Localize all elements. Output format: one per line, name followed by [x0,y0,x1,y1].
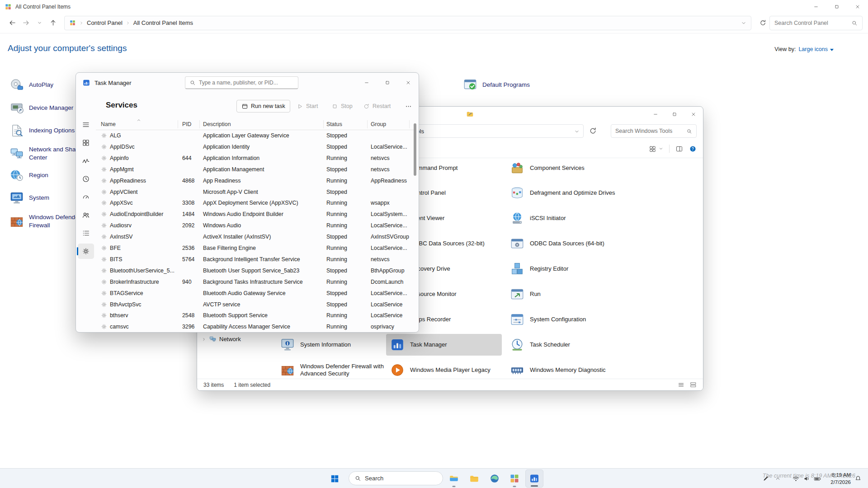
help-icon[interactable] [689,145,697,153]
up-button[interactable] [46,16,60,30]
tm-close-button[interactable] [398,73,419,93]
back-button[interactable] [5,16,19,30]
tool-task-scheduler[interactable]: Task Scheduler [506,334,622,356]
file-explorer-taskbar-button[interactable] [445,469,463,488]
wt-close-button[interactable] [684,107,703,122]
tool-windows-media-player-legacy[interactable]: Windows Media Player Legacy [386,359,502,381]
windows-tools-search-input[interactable]: Search Windows Tools [611,124,697,138]
service-row-btagservice[interactable]: BTAGServiceBluetooth Audio Gateway Servi… [96,288,414,299]
tool-registry-editor[interactable]: Registry Editor [506,258,622,280]
list-view-toggle[interactable] [678,381,684,388]
control-panel-search-input[interactable]: Search Control Panel [769,16,863,30]
tool-odbc-data-sources-64-bit[interactable]: ODBC Data Sources (64-bit) [506,233,622,254]
wt-minimize-button[interactable] [646,107,665,122]
service-row-appreadiness[interactable]: AppReadiness4868App ReadinessRunningAppR… [96,175,414,187]
cp-item-system[interactable]: System [9,190,49,206]
refresh-icon[interactable] [589,127,597,135]
notifications-bell-icon[interactable] [854,475,862,482]
tool-run[interactable]: Run [506,283,622,305]
folder-taskbar-button[interactable] [465,469,483,488]
cp-item-autoplay[interactable]: AutoPlay [9,77,53,93]
service-row-appvclient[interactable]: AppVClientMicrosoft App-V ClientStopped [96,187,414,198]
tool-defragment-and-optimize-drives[interactable]: Defragment and Optimize Drives [506,182,622,204]
service-row-audioendpointbuilder[interactable]: AudioEndpointBuilder1484Windows Audio En… [96,209,414,220]
address-bar[interactable]: Control Panel All Control Panel Items [64,16,751,30]
tool-windows-defender-firewall-with-advanced-security[interactable]: Windows Defender Firewall with Advanced … [276,359,392,381]
service-row-audiosrv[interactable]: Audiosrv2092Windows AudioRunningLocalSer… [96,220,414,231]
tool-system-information[interactable]: System Information [276,334,392,356]
service-row-bluetoothuserservice-5[interactable]: BluetoothUserService_5...Bluetooth User … [96,265,414,277]
service-row-camsvc[interactable]: camsvc3296Capability Access Manager Serv… [96,321,414,332]
service-row-bthserv[interactable]: bthserv2548Bluetooth Support ServiceRunn… [96,310,414,321]
volume-icon[interactable] [803,475,811,483]
nav-services[interactable] [78,244,94,259]
battery-icon[interactable] [813,475,821,483]
service-row-appxsvc[interactable]: AppXSvc3308AppX Deployment Service (AppX… [96,197,414,209]
cp-item-default-programs[interactable]: Default Programs [462,77,530,93]
column-header-status[interactable]: Status [326,121,342,127]
forward-button[interactable] [19,16,33,30]
task-manager-search-input[interactable]: Type a name, publisher, or PID... [185,76,298,89]
nav-processes[interactable] [78,135,94,150]
scrollbar-thumb[interactable] [414,123,416,176]
nav-performance[interactable] [78,154,94,169]
network-icon[interactable] [792,475,800,483]
task-manager-taskbar-button[interactable] [525,469,543,488]
chevron-right-icon[interactable] [202,337,206,342]
content-view-toggle[interactable] [690,381,697,388]
restart-service-button[interactable]: Restart [363,100,391,113]
cp-maximize-button[interactable] [826,0,847,14]
view-options-icon[interactable] [649,145,656,153]
more-options-button[interactable] [402,100,414,113]
scrollbar[interactable] [413,120,417,329]
nav-startup-apps[interactable] [78,189,94,205]
pen-input-icon[interactable] [762,475,769,482]
tree-item-network[interactable]: Network [202,335,241,343]
view-by-dropdown[interactable]: Large icons [798,46,834,52]
address-dropdown-icon[interactable] [741,20,746,26]
service-row-bthavctpsvc[interactable]: BthAvctpSvcAVCTP serviceStoppedLocalServ… [96,299,414,310]
service-row-bfe[interactable]: BFE2536Base Filtering EngineRunningLocal… [96,243,414,254]
wt-maximize-button[interactable] [665,107,684,122]
tool-windows-memory-diagnostic[interactable]: Windows Memory Diagnostic [506,359,622,381]
taskbar-search[interactable]: Search [349,471,443,485]
tm-minimize-button[interactable] [356,73,377,93]
service-row-bits[interactable]: BITS5764Background Intelligent Transfer … [96,254,414,265]
taskbar-clock[interactable]: 8:19 AM 2/7/2026 [825,471,851,486]
run-new-task-button[interactable]: Run new task [236,100,290,113]
column-header-pid[interactable]: PID [182,121,192,127]
tm-maximize-button[interactable] [377,73,398,93]
nav-app-history[interactable] [78,171,94,187]
service-row-brokerinfrastructure[interactable]: BrokerInfrastructure940Background Tasks … [96,277,414,288]
history-dropdown-button[interactable] [33,16,46,30]
preview-pane-icon[interactable] [675,145,683,153]
start-button[interactable] [326,469,344,488]
edge-taskbar-button[interactable] [486,469,504,488]
start-service-button[interactable]: Start [297,100,318,113]
cp-close-button[interactable] [847,0,868,14]
column-header-description[interactable]: Description [203,121,231,127]
column-header-name[interactable]: Name [101,121,116,127]
address-dropdown-icon[interactable] [574,129,580,134]
breadcrumb-current[interactable]: All Control Panel Items [133,19,193,26]
tool-task-manager[interactable]: Task Manager [386,334,502,356]
service-row-alg[interactable]: ALGApplication Layer Gateway ServiceStop… [96,130,414,141]
service-row-appinfo[interactable]: Appinfo644Application InformationRunning… [96,153,414,164]
refresh-button[interactable] [756,16,769,30]
breadcrumb-root[interactable]: Control Panel [87,19,123,26]
nav-details[interactable] [78,225,94,241]
service-row-axinstsv[interactable]: AxInstSVActiveX Installer (AxInstSV)Stop… [96,231,414,243]
cp-item-indexing-options[interactable]: Indexing Options [9,123,75,138]
cp-item-region[interactable]: Region [9,168,48,183]
nav-menu[interactable] [78,117,94,132]
cp-minimize-button[interactable] [806,0,826,14]
tool-system-configuration[interactable]: System Configuration [506,309,622,330]
tool-iscsi-initiator[interactable]: iSCSI Initiator [506,207,622,229]
control-panel-taskbar-button[interactable] [505,469,524,488]
service-row-appidsvc[interactable]: AppIDSvcApplication IdentityStoppedLocal… [96,141,414,153]
stop-service-button[interactable]: Stop [331,100,353,113]
chevron-down-icon[interactable] [659,146,663,151]
tool-component-services[interactable]: Component Services [506,157,622,179]
service-row-appmgmt[interactable]: AppMgmtApplication ManagementStoppednets… [96,164,414,175]
hidden-icons-chevron[interactable] [775,476,781,482]
